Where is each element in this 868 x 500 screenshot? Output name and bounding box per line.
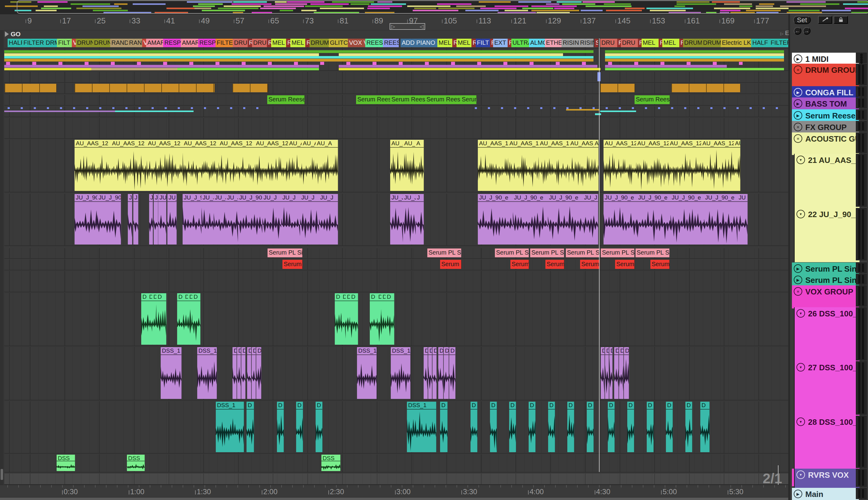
clip-Serum[interactable]: Serum xyxy=(650,260,670,269)
clip-VOX V[interactable]: VOX V xyxy=(348,39,366,47)
clip-Serum PL S[interactable]: Serum PL S xyxy=(495,249,529,257)
clip-J[interactable]: J xyxy=(128,194,132,245)
clip-JU_J_90_e[interactable]: JU_J_90_e xyxy=(513,194,548,245)
clip-J[interactable]: J xyxy=(416,194,424,245)
clip-REES[interactable]: REES xyxy=(383,39,399,47)
clip-JU[interactable]: JU xyxy=(738,194,748,245)
clip-RESP[interactable]: RESP xyxy=(163,39,181,47)
clip-JU_J[interactable]: JU_J xyxy=(201,194,214,245)
clip-JU_J_90_e[interactable]: JU_J_90_e xyxy=(704,194,738,245)
group-fold-icon[interactable]: ≡ xyxy=(794,134,802,143)
clip-J[interactable]: J xyxy=(149,194,153,245)
clip-Serum Rees[interactable]: Serum Rees xyxy=(635,95,670,104)
lane-serum-pl-singu[interactable]: Serum PL SingSerum PL SSerum PL SSerum P… xyxy=(4,248,788,259)
track-header-vox-group[interactable]: ≡VOX GROUP xyxy=(792,285,859,308)
track-header-21-au-aas-12[interactable]: ▼21 AU_AAS_12 xyxy=(794,154,859,208)
set-button[interactable]: Set xyxy=(793,16,811,24)
clip-D[interactable]: D xyxy=(370,293,378,345)
track-play-icon[interactable]: ▶ xyxy=(794,55,802,63)
clip-Serum Rees[interactable]: Serum Rees xyxy=(356,95,391,104)
clip-D[interactable]: D xyxy=(647,402,654,452)
clip-D[interactable]: D xyxy=(188,293,193,345)
clip-Serum[interactable]: Serum xyxy=(580,260,600,269)
clip-DRUM[interactable]: DRUM xyxy=(683,39,702,47)
clip-R[interactable]: R xyxy=(267,39,271,47)
clip-MEL[interactable]: MEL xyxy=(641,39,659,47)
clip-DSS_1[interactable]: DSS_1 xyxy=(357,347,377,399)
track-name[interactable]: 26 DSS_100_s xyxy=(808,309,859,319)
lane-27-dss-100-s[interactable]: DSS_1DSS_1DDDDDDDSS_1DSS_1DDDDDDDDDDDD xyxy=(4,347,788,400)
clip-D[interactable]: D xyxy=(605,347,609,399)
clip-J[interactable]: J xyxy=(133,194,138,245)
lane-rvrs-vox[interactable]: DSS_DSS_DSS xyxy=(4,454,788,473)
track-play-icon[interactable]: ▶ xyxy=(794,490,802,498)
clip-DRUN[interactable]: DRUN xyxy=(93,39,111,47)
lane-serum-reese[interactable]: Serum ReeseSerum ReesSerum ReesSerum Ree… xyxy=(4,95,788,106)
lane-drum-group[interactable] xyxy=(4,49,788,71)
horizontal-scrollbar[interactable] xyxy=(0,497,868,500)
clip-Serum Rees[interactable]: Serum Rees xyxy=(390,95,426,104)
unfold-icon[interactable]: ▼ xyxy=(797,418,805,426)
clip-D[interactable]: D xyxy=(246,402,254,452)
track-header-drum-group[interactable]: ≡DRUM GROUP xyxy=(792,64,859,87)
clip-DSS_1[interactable]: DSS_1 xyxy=(216,402,244,452)
track-name[interactable]: 28 DSS_100_s xyxy=(808,418,859,427)
clip-ADD PIANO[interactable]: ADD PIANO xyxy=(401,39,438,47)
clip-D[interactable]: D xyxy=(529,402,536,452)
track-header-main[interactable]: ▶Main xyxy=(792,488,859,500)
clip-JU_J[interactable]: JU_J xyxy=(226,194,238,245)
clip-D[interactable]: D xyxy=(424,347,428,399)
lane-26-dss-100-s[interactable]: DDDDDDDDDDDDDDDD xyxy=(4,293,788,346)
track-name[interactable]: FX GROUP xyxy=(805,123,847,132)
clip-AU_AAS_12[interactable]: AU_AAS_12 xyxy=(147,140,183,191)
clip-HALF[interactable]: HALF xyxy=(8,39,23,47)
clip-RISIN[interactable]: RISIN xyxy=(562,39,579,47)
clip-AU_AAS_12[interactable]: AU_AAS_12 xyxy=(603,140,636,191)
clip-Serum PL S[interactable]: Serum PL S xyxy=(530,249,564,257)
clip-Serum PL Sing[interactable]: Serum PL Sing xyxy=(267,249,302,257)
clip-Serum[interactable]: Serum xyxy=(615,260,635,269)
clip-DRUM[interactable]: DRUM xyxy=(310,39,329,47)
track-name[interactable]: BASS TOM xyxy=(805,99,847,109)
clip-JU[interactable]: JU xyxy=(158,194,166,245)
clip-bass-bar[interactable] xyxy=(232,84,268,92)
clip-D[interactable]: D xyxy=(277,402,284,452)
clip-JU_J[interactable]: JU_J xyxy=(213,194,226,245)
track-name[interactable]: Serum PL Singu xyxy=(805,275,859,285)
clip-JU_J_90_e[interactable]: JU_J_90_e xyxy=(478,194,513,245)
clip-Serum Reese[interactable]: Serum Reese xyxy=(267,95,305,104)
track-name[interactable]: Main xyxy=(805,490,823,499)
unfold-icon[interactable]: ▼ xyxy=(797,470,805,479)
clip-JU_J[interactable]: JU_J xyxy=(300,194,319,245)
clip-JU_J[interactable]: JU_J xyxy=(281,194,300,245)
clip-AU_AAS_12[interactable]: AU_AAS_12 xyxy=(478,140,509,191)
clip-D[interactable]: D xyxy=(192,293,200,345)
clip-FILTER DRM[interactable]: FILTER DRM xyxy=(22,39,57,47)
clip-DSS_[interactable]: DSS_ xyxy=(57,455,75,471)
clip-D[interactable]: D xyxy=(567,402,574,452)
clip-D[interactable]: D xyxy=(377,293,382,345)
clip-S[interactable]: S xyxy=(594,39,598,47)
clip-DSS_1[interactable]: DSS_1 xyxy=(407,402,437,452)
clip-AU_A[interactable]: AU_A xyxy=(302,140,316,191)
clip-D[interactable]: D xyxy=(619,347,624,399)
clip-AU_AAS_12[interactable]: AU_AAS_12 xyxy=(508,140,539,191)
clip-AMAR[interactable]: AMAR xyxy=(181,39,198,47)
left-scroll-track[interactable] xyxy=(0,31,4,485)
track-header-22-ju-j-90-el[interactable]: ▼22 JU_J_90_el xyxy=(794,208,859,262)
draw-mode-button[interactable] xyxy=(818,16,832,24)
track-name[interactable]: ACOUSTIC GUIT xyxy=(805,134,859,144)
clip-bass-bar[interactable] xyxy=(4,84,57,92)
clip-JU_J_90_e[interactable]: JU_J_90_e xyxy=(74,194,98,245)
lane-22-ju-j-90-el[interactable]: JU_J_90_eJU_J_90_eJJJJJUJU_JU_J_90JU_JJU… xyxy=(4,194,788,246)
unfold-icon[interactable]: ▼ xyxy=(797,210,805,218)
clip-D[interactable]: D xyxy=(700,402,710,452)
clip-D[interactable]: D xyxy=(346,293,350,345)
track-name[interactable]: 21 AU_AAS_12 xyxy=(808,156,859,165)
clip-D[interactable]: D xyxy=(350,293,358,345)
track-name[interactable]: 22 JU_J_90_el xyxy=(808,210,859,219)
clip-D[interactable]: D xyxy=(241,347,246,399)
clip-AU_A[interactable]: AU_A xyxy=(390,140,403,191)
track-header-acoustic-guit[interactable]: ≡ACOUSTIC GUIT xyxy=(792,133,859,155)
clip-JU_[interactable]: JU_ xyxy=(167,194,177,245)
